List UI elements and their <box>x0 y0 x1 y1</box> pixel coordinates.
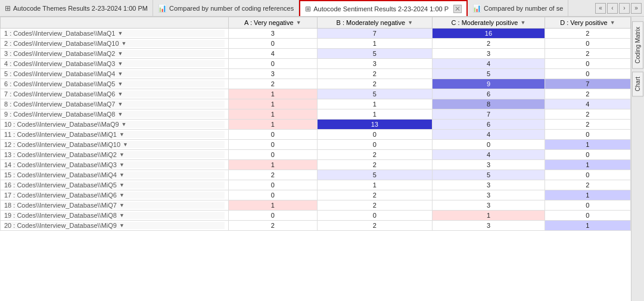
col-header-D: D : Very positive ▼ <box>545 17 630 29</box>
cell-A: 0 <box>229 180 317 190</box>
row-header-cell: 3 : Codes\\Interview_Database\\MaQ2▼ <box>1 49 229 59</box>
row-filter-icon[interactable]: ▼ <box>117 51 123 57</box>
cell-C: 6 <box>433 120 545 130</box>
row-num: 12 : Codes\\Interview_Database\\MiQ10 <box>4 141 120 148</box>
col-D-filter[interactable]: ▼ <box>610 20 615 26</box>
table-row: 1 : Codes\\Interview_Database\\MaQ1▼3716… <box>1 29 631 39</box>
table-row: 5 : Codes\\Interview_Database\\MaQ4▼3250 <box>1 69 631 79</box>
table-area[interactable]: A : Very negative ▼ B : Moderately negat… <box>0 17 631 301</box>
cell-A: 0 <box>229 150 317 160</box>
tab-nav-first[interactable]: « <box>595 3 606 14</box>
row-filter-icon[interactable]: ▼ <box>117 81 123 87</box>
row-filter-icon[interactable]: ▼ <box>119 172 125 178</box>
cell-A: 1 <box>229 89 317 99</box>
tab-nav-last[interactable]: » <box>631 3 642 14</box>
col-B-filter[interactable]: ▼ <box>407 20 413 26</box>
table-row: 17 : Codes\\Interview_Database\\MiQ6▼023… <box>1 190 631 200</box>
col-D-label: D : Very positive <box>560 19 607 26</box>
right-sidebar: Coding Matrix Chart <box>631 17 644 301</box>
table-row: 4 : Codes\\Interview_Database\\MaQ3▼0340 <box>1 59 631 69</box>
row-header-cell: 13 : Codes\\Interview_Database\\MiQ2▼ <box>1 150 229 160</box>
cell-B: 5 <box>317 89 433 99</box>
cell-B: 0 <box>317 140 433 150</box>
cell-D: 2 <box>545 29 630 39</box>
cell-A: 3 <box>229 69 317 79</box>
row-filter-icon[interactable]: ▼ <box>117 71 123 77</box>
tab-compared-se[interactable]: 📊 Compared by number of se <box>468 0 568 16</box>
cell-C: 3 <box>433 49 545 59</box>
cell-C: 8 <box>433 99 545 109</box>
tab-compared-coding-label: Compared by number of coding references <box>169 5 294 12</box>
row-header-cell: 9 : Codes\\Interview_Database\\MaQ8▼ <box>1 109 229 120</box>
table-row: 3 : Codes\\Interview_Database\\MaQ2▼4532 <box>1 49 631 59</box>
cell-B: 1 <box>317 99 433 109</box>
main-area: A : Very negative ▼ B : Moderately negat… <box>0 17 644 301</box>
grid-icon-themes: ⊞ <box>5 4 11 12</box>
row-filter-icon[interactable]: ▼ <box>119 131 125 137</box>
row-filter-icon[interactable]: ▼ <box>117 61 123 67</box>
tab-compared-se-label: Compared by number of se <box>484 5 563 12</box>
col-A-filter[interactable]: ▼ <box>296 20 301 26</box>
row-filter-icon[interactable]: ▼ <box>119 152 125 158</box>
row-filter-icon[interactable]: ▼ <box>119 182 125 188</box>
col-header-A: A : Very negative ▼ <box>229 17 317 29</box>
sidebar-tab-chart[interactable]: Chart <box>632 71 643 96</box>
cell-C: 9 <box>433 79 545 89</box>
row-header-cell: 16 : Codes\\Interview_Database\\MiQ5▼ <box>1 180 229 190</box>
cell-B: 2 <box>317 150 433 160</box>
tab-nav-next[interactable]: › <box>619 3 630 14</box>
row-num: 17 : Codes\\Interview_Database\\MiQ6 <box>4 192 117 199</box>
cell-C: 6 <box>433 89 545 99</box>
row-num: 7 : Codes\\Interview_Database\\MaQ6 <box>4 90 115 98</box>
row-filter-icon[interactable]: ▼ <box>122 40 127 46</box>
col-C-label: C : Moderately positive <box>452 19 518 26</box>
row-filter-icon[interactable]: ▼ <box>119 162 125 168</box>
cell-B: 1 <box>317 180 433 190</box>
cell-D: 0 <box>545 200 630 211</box>
cell-D: 2 <box>545 49 630 59</box>
grid-icon-sentiment: ⊞ <box>305 5 311 13</box>
tab-navigation: « ‹ › » <box>593 0 644 16</box>
cell-B: 5 <box>317 170 433 180</box>
cell-C: 3 <box>433 190 545 200</box>
table-row: 12 : Codes\\Interview_Database\\MiQ10▼00… <box>1 140 631 150</box>
table-row: 15 : Codes\\Interview_Database\\MiQ4▼255… <box>1 170 631 180</box>
sidebar-tab-coding-matrix[interactable]: Coding Matrix <box>632 21 643 69</box>
tab-themes[interactable]: ⊞ Autocode Themes Results 2-23-2024 1:00… <box>0 0 153 16</box>
row-num: 5 : Codes\\Interview_Database\\MaQ4 <box>4 70 115 77</box>
tab-sentiment-close[interactable]: ✕ <box>453 5 462 13</box>
cell-D: 1 <box>545 140 630 150</box>
row-filter-icon[interactable]: ▼ <box>119 212 125 218</box>
cell-A: 2 <box>229 221 317 231</box>
cell-A: 0 <box>229 130 317 140</box>
table-row: 11 : Codes\\Interview_Database\\MiQ1▼004… <box>1 130 631 140</box>
tab-compared-coding[interactable]: 📊 Compared by number of coding reference… <box>153 0 299 16</box>
row-filter-icon[interactable]: ▼ <box>117 30 123 36</box>
tab-nav-prev[interactable]: ‹ <box>607 3 618 14</box>
row-header-cell: 14 : Codes\\Interview_Database\\MiQ3▼ <box>1 160 229 170</box>
cell-B: 13 <box>317 120 433 130</box>
col-B-label: B : Moderately negative <box>337 19 406 26</box>
cell-A: 1 <box>229 200 317 211</box>
app-container: ⊞ Autocode Themes Results 2-23-2024 1:00… <box>0 0 644 301</box>
row-filter-icon[interactable]: ▼ <box>122 121 127 127</box>
row-filter-icon[interactable]: ▼ <box>123 142 128 148</box>
row-filter-icon[interactable]: ▼ <box>119 192 125 198</box>
row-filter-icon[interactable]: ▼ <box>117 101 123 107</box>
col-C-filter[interactable]: ▼ <box>520 20 525 26</box>
table-row: 13 : Codes\\Interview_Database\\MiQ2▼024… <box>1 150 631 160</box>
row-filter-icon[interactable]: ▼ <box>119 202 125 208</box>
table-row: 10 : Codes\\Interview_Database\\MaQ9▼113… <box>1 120 631 130</box>
cell-D: 1 <box>545 221 630 231</box>
tab-sentiment[interactable]: ⊞ Autocode Sentiment Results 2-23-2024 1… <box>299 0 468 16</box>
row-filter-icon[interactable]: ▼ <box>119 222 125 228</box>
table-row: 6 : Codes\\Interview_Database\\MaQ5▼2297 <box>1 79 631 89</box>
cell-C: 3 <box>433 200 545 211</box>
cell-D: 1 <box>545 160 630 170</box>
row-num: 14 : Codes\\Interview_Database\\MiQ3 <box>4 161 117 168</box>
cell-D: 4 <box>545 99 630 109</box>
cell-B: 3 <box>317 59 433 69</box>
row-filter-icon[interactable]: ▼ <box>117 111 123 117</box>
cell-A: 1 <box>229 109 317 120</box>
row-filter-icon[interactable]: ▼ <box>117 91 123 97</box>
